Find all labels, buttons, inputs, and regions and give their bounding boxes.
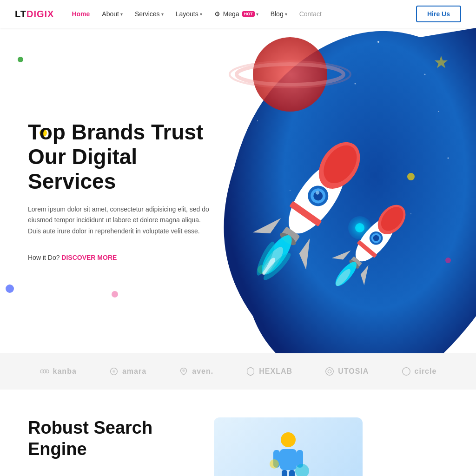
- hero-content: Top Brands Trust Our Digital Services Lo…: [0, 92, 242, 289]
- logo-utosia: UTOSIA: [324, 366, 369, 377]
- svg-point-11: [253, 37, 327, 112]
- svg-point-4: [257, 120, 258, 121]
- svg-point-50: [112, 370, 115, 373]
- hero-section: Top Brands Trust Our Digital Services Lo…: [0, 28, 476, 353]
- svg-point-15: [355, 223, 364, 232]
- svg-point-2: [377, 41, 379, 43]
- bottom-section: Robust Search Engine: [0, 390, 476, 476]
- hero-svg: [216, 28, 476, 353]
- nav-item-home[interactable]: Home: [67, 7, 94, 20]
- nav-item-mega[interactable]: ⚙ Mega HOT ▾: [210, 7, 263, 20]
- nav-item-contact[interactable]: Contact: [295, 7, 326, 20]
- logo-digix: DIGIX: [26, 9, 54, 20]
- decorative-dot-green: [18, 57, 23, 62]
- logo-hexlab: HEXLAB: [245, 366, 292, 377]
- chevron-down-icon: ▾: [285, 12, 287, 17]
- svg-rect-57: [280, 449, 297, 470]
- logos-strip: kanba amara aven. HEXLAB UTOSIA circle: [0, 353, 476, 390]
- svg-point-6: [355, 83, 356, 85]
- svg-marker-52: [247, 367, 254, 376]
- cta-prefix: How it Do?: [28, 254, 60, 261]
- discover-more-link[interactable]: DISCOVER MORE: [61, 254, 117, 261]
- nav-links: Home About ▾ Services ▾ Layouts ▾ ⚙ Mega…: [67, 7, 416, 20]
- svg-point-8: [448, 158, 449, 159]
- svg-point-51: [183, 369, 185, 372]
- chevron-down-icon: ▾: [120, 12, 123, 17]
- logo[interactable]: LT DIGIX: [15, 9, 54, 20]
- logo-aven: aven.: [178, 366, 213, 377]
- nav-item-blog[interactable]: Blog ▾: [266, 7, 292, 20]
- person-svg: [260, 427, 316, 476]
- nav-item-services[interactable]: Services ▾: [130, 7, 168, 20]
- svg-point-7: [290, 190, 291, 191]
- logo-kanba: kanba: [40, 366, 77, 377]
- chevron-down-icon: ▾: [200, 12, 202, 17]
- amara-icon: [109, 366, 119, 377]
- navbar: LT DIGIX Home About ▾ Services ▾ Layouts…: [0, 0, 476, 28]
- hire-us-button[interactable]: Hire Us: [416, 6, 461, 22]
- svg-rect-60: [282, 470, 287, 476]
- svg-point-54: [328, 370, 331, 373]
- svg-point-63: [270, 459, 279, 469]
- nav-item-layouts[interactable]: Layouts ▾: [171, 7, 207, 20]
- hexlab-icon: [245, 366, 256, 377]
- svg-point-48: [43, 370, 46, 373]
- svg-rect-61: [289, 470, 295, 476]
- logo-circle: circle: [401, 366, 437, 377]
- hero-cta: How it Do? DISCOVER MORE: [28, 254, 214, 261]
- bottom-title: Robust Search Engine: [28, 417, 186, 460]
- svg-point-55: [402, 368, 410, 376]
- svg-point-56: [281, 432, 296, 447]
- utosia-icon: [324, 366, 335, 377]
- kanba-icon: [40, 366, 50, 377]
- svg-point-5: [438, 111, 439, 112]
- decorative-dot-pink: [112, 291, 118, 298]
- svg-point-9: [410, 213, 411, 214]
- aven-icon: [178, 366, 189, 377]
- settings-icon: ⚙: [214, 10, 220, 18]
- svg-point-16: [407, 173, 415, 180]
- bottom-illustration: [214, 417, 363, 476]
- svg-point-53: [326, 368, 334, 376]
- nav-item-about[interactable]: About ▾: [97, 7, 127, 20]
- circle-icon: [401, 366, 411, 377]
- hero-description: Lorem ipsum dolor sit amet, consectetur …: [28, 204, 214, 237]
- hero-title: Top Brands Trust Our Digital Services: [28, 120, 214, 194]
- svg-point-3: [424, 74, 426, 75]
- hero-illustration: [216, 28, 476, 353]
- svg-point-18: [445, 258, 451, 263]
- logo-lt: LT: [15, 9, 26, 20]
- chevron-down-icon: ▾: [161, 12, 164, 17]
- chevron-down-icon: ▾: [256, 12, 258, 17]
- logo-amara: amara: [109, 366, 146, 377]
